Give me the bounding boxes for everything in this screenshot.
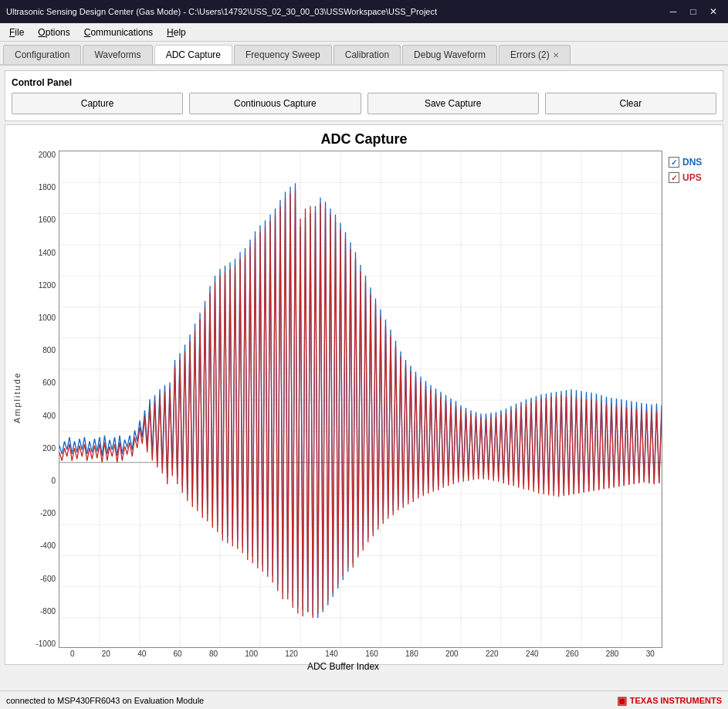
menu-communications[interactable]: Communications [78,25,159,39]
close-button[interactable]: ✕ [705,5,722,19]
chart-svg [59,151,662,647]
x-axis-label: ADC Buffer Index [24,661,662,672]
tab-adc-capture[interactable]: ADC Capture [154,45,232,64]
minimize-button[interactable]: ─ [665,5,682,19]
clear-button[interactable]: Clear [545,93,716,114]
ups-checkbox[interactable]: ✓ [669,172,679,183]
y-axis-ticks: 2000 1800 1600 1400 1200 1000 800 600 40… [24,151,59,648]
ti-logo: ▣ TEXAS INSTRUMENTS [617,694,722,707]
titlebar: Ultrasonic Sensing Design Center (Gas Mo… [0,0,728,23]
save-capture-button[interactable]: Save Capture [367,93,539,114]
y-axis-label: Amplitude [12,151,22,645]
control-panel: Control Panel Capture Continuous Capture… [5,70,723,121]
tab-calibration[interactable]: Calibration [334,45,401,64]
dns-label: DNS [682,157,702,168]
ups-label: UPS [682,172,702,183]
dns-checkbox[interactable]: ✓ [669,157,679,168]
window-controls: ─ □ ✕ [665,5,722,19]
tab-frequency-sweep[interactable]: Frequency Sweep [234,45,332,64]
tab-configuration[interactable]: Configuration [3,45,81,64]
legend-ups: ✓ UPS [669,172,710,183]
chart-container: ADC Capture Amplitude 2000 1800 1600 140… [5,124,723,665]
status-text: connected to MSP430FR6043 on Evaluation … [6,696,204,705]
x-axis-ticks: 0 20 40 60 80 100 120 140 160 180 200 22… [70,648,655,658]
menu-help[interactable]: Help [161,25,192,39]
continuous-capture-button[interactable]: Continuous Capture [189,93,361,114]
menu-file[interactable]: File [3,25,30,39]
tabbar: Configuration Waveforms ADC Capture Freq… [0,42,728,66]
statusbar: connected to MSP430FR6043 on Evaluation … [0,690,728,709]
window-title: Ultrasonic Sensing Design Center (Gas Mo… [6,7,665,16]
chart-area [59,151,662,648]
chart-inner: Amplitude 2000 1800 1600 1400 1200 1000 … [12,151,716,645]
tab-debug-waveform[interactable]: Debug Waveform [402,45,497,64]
chart-title: ADC Capture [12,131,716,148]
menu-options[interactable]: Options [32,25,76,39]
ti-name: TEXAS INSTRUMENTS [630,696,722,705]
ti-icon: ▣ [617,694,627,707]
tab-errors[interactable]: Errors (2) ✕ [499,45,571,64]
control-panel-title: Control Panel [12,77,716,88]
legend: ✓ DNS ✓ UPS [662,151,716,648]
legend-dns: ✓ DNS [669,157,710,168]
errors-label: Errors (2) [510,49,550,60]
menubar: File Options Communications Help [0,23,728,42]
tab-waveforms[interactable]: Waveforms [83,45,152,64]
capture-button[interactable]: Capture [12,93,183,114]
errors-close-icon[interactable]: ✕ [553,51,559,59]
control-button-row: Capture Continuous Capture Save Capture … [12,93,716,114]
maximize-button[interactable]: □ [685,5,702,19]
